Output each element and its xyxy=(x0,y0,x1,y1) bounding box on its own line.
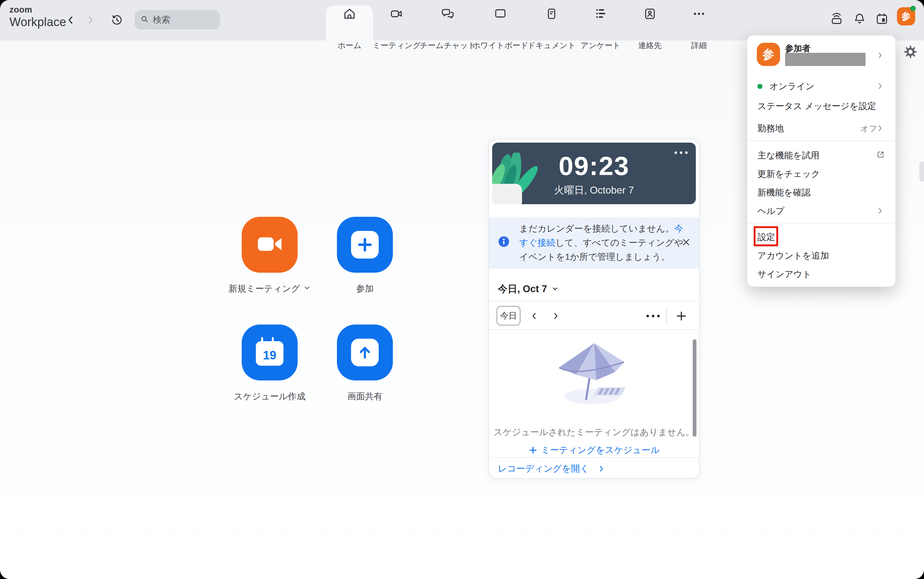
menu-item-add-account[interactable]: アカウントを追加 xyxy=(757,249,885,262)
schedule-label: スケジュール作成 xyxy=(216,391,323,402)
notice-text: まだカレンダーを接続していません。今すぐ接続して、すべてのミーティングやイベント… xyxy=(519,221,684,264)
menu-item-label: 新機能を確認 xyxy=(757,186,811,198)
clock-time: 09:23 xyxy=(492,151,696,181)
menu-item-label: ヘルプ xyxy=(757,205,785,217)
zoom-workplace-logo: zoom Workplace xyxy=(10,6,66,28)
status-label: オンライン xyxy=(769,80,814,92)
tab-label: ホーム xyxy=(337,40,361,51)
menu-item-settings[interactable]: 設定 xyxy=(757,231,885,244)
schedule-meeting-label: ミーティングをスケジュール xyxy=(541,444,660,456)
tab-more[interactable]: 詳細 xyxy=(674,7,724,39)
logo-line-workplace: Workplace xyxy=(10,16,66,28)
calendar-button[interactable] xyxy=(875,13,889,26)
survey-list-icon xyxy=(594,7,608,22)
today-button[interactable]: 今日 xyxy=(496,306,521,325)
arrow-up-icon xyxy=(351,339,379,366)
forward-button[interactable] xyxy=(84,14,97,28)
next-day-button[interactable] xyxy=(547,307,564,325)
calendar-connect-notice: まだカレンダーを接続していません。今すぐ接続して、すべてのミーティングやイベント… xyxy=(489,218,699,268)
search-icon xyxy=(140,15,149,25)
plus-icon xyxy=(528,445,538,455)
menu-item-label: 勤務地 xyxy=(757,123,784,134)
tab-label: ドキュメント xyxy=(528,40,576,51)
tab-surveys[interactable]: アンケート xyxy=(575,7,626,39)
app-window: zoom Workplace xyxy=(0,0,924,579)
menu-item-help[interactable]: ヘルプ xyxy=(757,205,885,218)
back-button[interactable] xyxy=(64,14,78,28)
tab-team-chat[interactable]: チームチャット xyxy=(423,7,473,39)
notifications-button[interactable] xyxy=(853,13,867,26)
menu-avatar: 参 xyxy=(757,43,780,66)
tab-contacts[interactable]: 連絡先 xyxy=(625,7,675,39)
logo-line-zoom: zoom xyxy=(10,6,66,14)
chevron-right-icon xyxy=(876,51,884,59)
clock-date: 火曜日, October 7 xyxy=(492,183,696,197)
menu-item-sign-out[interactable]: サインアウト xyxy=(757,268,885,281)
chevron-left-icon xyxy=(66,15,76,27)
status-chevron xyxy=(876,82,884,90)
chevron-right-icon xyxy=(876,207,884,215)
tab-label: ミーティング xyxy=(373,40,421,51)
divider xyxy=(489,301,699,302)
tab-label: 詳細 xyxy=(691,40,707,51)
menu-item-work-location[interactable]: 勤務地 オフ xyxy=(757,122,885,135)
notice-close-button[interactable] xyxy=(681,237,691,249)
schedule-button[interactable]: 19 xyxy=(242,324,298,381)
today-date-header[interactable]: 今日, Oct 7 xyxy=(498,280,559,298)
search-input[interactable] xyxy=(153,15,213,25)
today-date-label: 今日, Oct 7 xyxy=(498,283,547,296)
edge-panel-handle xyxy=(920,162,924,181)
history-icon xyxy=(111,14,123,28)
chevron-right-icon xyxy=(876,82,884,90)
schedule-meeting-link[interactable]: ミーティングをスケジュール xyxy=(489,444,699,456)
tab-meetings[interactable]: ミーティング xyxy=(372,7,422,39)
menu-item-set-status-message[interactable]: ステータス メッセージを設定 xyxy=(757,100,885,113)
chat-bubbles-icon xyxy=(441,7,455,22)
settings-gear-button[interactable] xyxy=(904,45,917,59)
notice-text-pre: まだカレンダーを接続していません。 xyxy=(519,223,674,234)
share-screen-button[interactable] xyxy=(337,324,393,381)
menu-item-try-features[interactable]: 主な機能を試用 xyxy=(757,149,885,162)
chevron-right-icon xyxy=(85,15,96,27)
home-side-panel: 09:23 火曜日, October 7 まだカレンダーを接続していません。今す… xyxy=(488,139,700,479)
clock-card: 09:23 火曜日, October 7 xyxy=(492,142,696,204)
add-meeting-button[interactable] xyxy=(673,307,690,325)
no-meetings-text: スケジュールされたミーティングはありません。 xyxy=(489,426,699,438)
work-location-chevron xyxy=(876,124,884,132)
gear-icon xyxy=(904,45,917,59)
divider xyxy=(489,457,699,458)
new-meeting-button[interactable] xyxy=(242,217,298,273)
connect-device-button[interactable] xyxy=(830,13,844,26)
chevron-right-icon xyxy=(551,312,560,321)
calendar-more-button[interactable] xyxy=(645,307,661,325)
tab-label: チームチャット xyxy=(420,40,476,51)
contact-card-icon xyxy=(643,7,657,22)
new-meeting-label: 新規ミーティング xyxy=(228,283,300,295)
bell-icon xyxy=(853,12,867,27)
top-bar: zoom Workplace xyxy=(0,0,924,41)
video-camera-filled-icon xyxy=(255,229,285,260)
join-label: 参加 xyxy=(311,283,418,295)
chevron-down-icon xyxy=(552,283,559,295)
menu-item-status[interactable]: オンライン xyxy=(757,80,885,93)
user-display-name: 参加者 xyxy=(785,43,811,54)
search-box[interactable] xyxy=(134,10,220,29)
menu-item-whats-new[interactable]: 新機能を確認 xyxy=(757,186,885,199)
tab-home[interactable]: ホーム xyxy=(324,7,375,39)
chevron-down-icon[interactable] xyxy=(303,284,311,294)
prev-day-button[interactable] xyxy=(526,307,542,325)
tab-whiteboard[interactable]: ホワイトボード xyxy=(475,7,526,39)
join-button[interactable] xyxy=(337,217,393,273)
work-location-value: オフ xyxy=(860,123,877,134)
menu-item-label: アカウントを追加 xyxy=(757,250,829,262)
profile-row[interactable] xyxy=(876,51,884,59)
scrollbar-thumb[interactable] xyxy=(693,339,696,437)
menu-divider xyxy=(747,141,895,141)
share-screen-label: 画面共有 xyxy=(311,391,418,402)
open-recordings-link[interactable]: レコーディングを開く xyxy=(498,463,605,475)
plus-icon xyxy=(351,231,379,258)
history-button[interactable] xyxy=(110,14,124,28)
menu-item-check-updates[interactable]: 更新をチェック xyxy=(757,168,885,180)
tab-docs[interactable]: ドキュメント xyxy=(526,7,577,39)
tab-label: ホワイトボード xyxy=(472,40,529,51)
